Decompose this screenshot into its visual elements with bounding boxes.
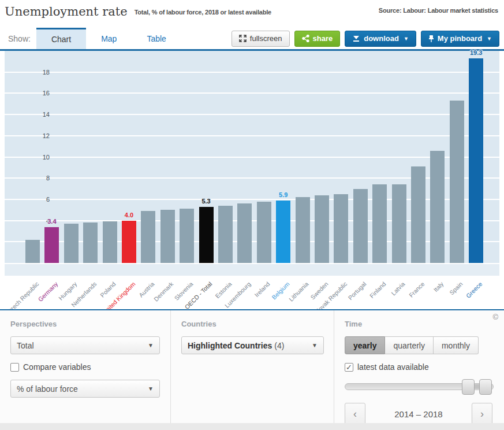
tab-chart[interactable]: Chart xyxy=(36,28,86,49)
share-button[interactable]: share xyxy=(294,31,341,47)
gridline xyxy=(5,114,499,115)
x-axis-band xyxy=(5,263,499,276)
bar-hungary[interactable] xyxy=(64,224,79,263)
bar-belgium[interactable] xyxy=(276,201,290,263)
tab-map[interactable]: Map xyxy=(86,28,132,49)
bottom-edge-strip xyxy=(0,423,504,430)
quarterly-button[interactable]: quarterly xyxy=(385,336,433,354)
yearly-button[interactable]: yearly xyxy=(345,336,385,354)
y-axis-tick-label: 8 xyxy=(32,175,50,181)
perspectives-panel: Perspectives Total ▼ Compare variables %… xyxy=(0,310,170,430)
dropdown-caret-icon: ▼ xyxy=(148,385,154,392)
bar-sweden[interactable] xyxy=(315,195,329,263)
y-axis-tick-label: 16 xyxy=(32,90,50,97)
bar-value-label: 5.3 xyxy=(189,198,223,205)
time-range-slider[interactable] xyxy=(345,383,494,390)
bar-finland[interactable] xyxy=(372,184,387,263)
time-range-label: 2014 – 2018 xyxy=(365,409,472,419)
countries-panel: Countries Highlighted Countries (4) ▼ xyxy=(170,310,334,430)
bar-value-label: 19.3 xyxy=(459,49,494,56)
bar-estonia[interactable] xyxy=(218,206,233,263)
next-period-button[interactable]: › xyxy=(472,403,492,425)
bar-czech-republic[interactable] xyxy=(25,240,40,263)
toolbar: Show: Chart Map Table fullscreen xyxy=(0,28,504,51)
page-header: Unemployment rate Total, % of labour for… xyxy=(0,0,504,28)
checkbox-unchecked-icon[interactable] xyxy=(10,363,19,372)
bar-austria[interactable] xyxy=(141,211,155,263)
bar-portugal[interactable] xyxy=(353,189,368,263)
pinboard-caret-icon: ▼ xyxy=(487,36,492,42)
gridline xyxy=(5,92,499,94)
download-caret-icon: ▼ xyxy=(404,36,409,42)
controls-panel: © Perspectives Total ▼ Compare variables… xyxy=(0,309,504,430)
countries-dropdown[interactable]: Highlighted Countries (4) ▼ xyxy=(181,336,324,354)
download-icon xyxy=(352,35,360,42)
checkbox-checked-icon[interactable]: ✓ xyxy=(345,363,353,372)
fullscreen-icon xyxy=(239,35,247,42)
latest-data-checkbox[interactable]: ✓ latest data available xyxy=(345,362,492,372)
x-axis-labels: Czech RepublicGermanyHungaryNetherlandsP… xyxy=(5,277,499,309)
bar-italy[interactable] xyxy=(430,151,445,264)
bar-france[interactable] xyxy=(411,166,425,263)
bar-lithuania[interactable] xyxy=(296,197,310,263)
bar-denmark[interactable] xyxy=(160,210,175,263)
monthly-button[interactable]: monthly xyxy=(434,336,479,354)
bar-latvia[interactable] xyxy=(392,184,406,263)
show-label: Show: xyxy=(8,34,31,43)
download-button[interactable]: download ▼ xyxy=(345,31,416,47)
source-label: Source: Labour: Labour market statistics xyxy=(379,7,498,14)
bar-greece[interactable] xyxy=(469,58,483,263)
gridline xyxy=(5,72,499,73)
compare-variables-checkbox[interactable]: Compare variables xyxy=(10,362,160,372)
dropdown-caret-icon: ▼ xyxy=(312,342,318,349)
bar-luxembourg[interactable] xyxy=(237,203,252,263)
slider-left-handle[interactable] xyxy=(462,379,475,395)
bar-poland[interactable] xyxy=(103,221,117,263)
page-subtitle: Total, % of labour force, 2018 or latest… xyxy=(135,9,271,16)
dropdown-caret-icon: ▼ xyxy=(148,342,154,349)
y-axis-tick-label: 6 xyxy=(32,196,50,203)
prev-period-button[interactable]: ‹ xyxy=(345,403,365,425)
y-axis-tick-label: 12 xyxy=(32,132,50,139)
slider-right-handle[interactable] xyxy=(479,379,492,395)
time-title: Time xyxy=(345,320,492,328)
bar-spain[interactable] xyxy=(450,101,464,263)
y-axis-tick-label: 18 xyxy=(32,69,50,76)
bar-slovenia[interactable] xyxy=(180,209,194,263)
unit-dropdown[interactable]: % of labour force ▼ xyxy=(10,380,160,398)
countries-title: Countries xyxy=(181,320,323,328)
bar-germany[interactable] xyxy=(44,227,59,263)
bar-netherlands[interactable] xyxy=(83,223,98,263)
bar-ireland[interactable] xyxy=(257,202,271,263)
gridline xyxy=(5,135,499,136)
perspective-dropdown[interactable]: Total ▼ xyxy=(10,336,160,354)
tab-table[interactable]: Table xyxy=(132,28,181,49)
chart-section: 0246810121416183.44.05.35.919.3 Czech Re… xyxy=(0,51,504,309)
my-pinboard-button[interactable]: My pinboard ▼ xyxy=(421,31,499,47)
bar-oecd-total[interactable] xyxy=(199,207,214,263)
y-axis-tick-label: 14 xyxy=(32,111,50,118)
pin-icon xyxy=(428,35,434,43)
page-title: Unemployment rate xyxy=(5,5,128,18)
bar-slovak-republic[interactable] xyxy=(334,194,348,263)
share-icon xyxy=(302,35,309,42)
fullscreen-button[interactable]: fullscreen xyxy=(232,31,290,47)
time-panel: Time yearly quarterly monthly ✓ latest d… xyxy=(334,310,504,430)
time-pager: ‹ 2014 – 2018 › xyxy=(345,403,492,425)
gridline xyxy=(5,157,499,158)
perspectives-title: Perspectives xyxy=(10,320,160,328)
y-axis-tick-label: 10 xyxy=(32,154,50,161)
bar-united-kingdom[interactable] xyxy=(122,221,136,263)
frequency-toggle: yearly quarterly monthly xyxy=(345,336,492,354)
bar-chart-plot-area[interactable]: 0246810121416183.44.05.35.919.3 xyxy=(5,51,499,263)
